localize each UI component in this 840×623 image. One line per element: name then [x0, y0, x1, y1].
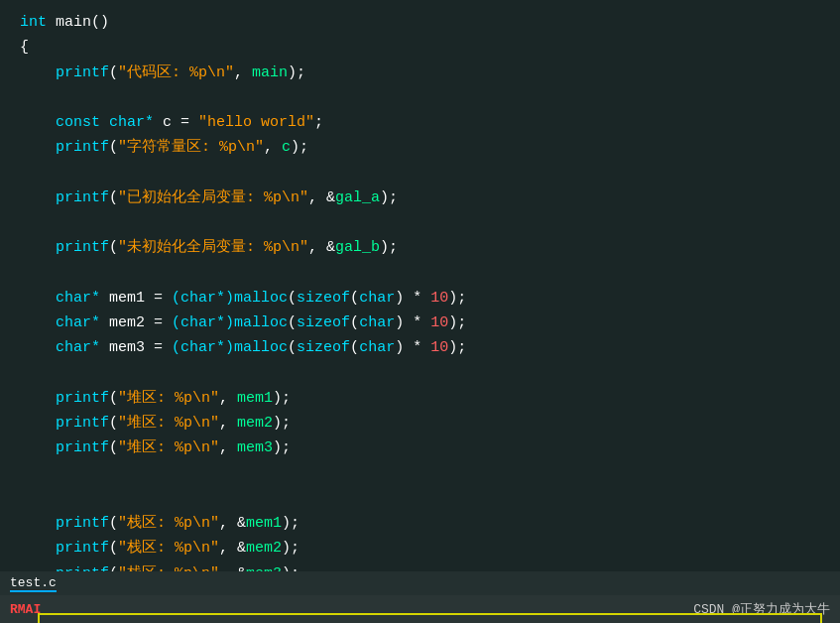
keyword: int [20, 14, 47, 31]
code-line: printf("堆区: %p\n", mem2); [0, 411, 840, 436]
tab-bar: test.c [0, 571, 840, 595]
code-line: char* mem2 = (char*)malloc(sizeof(char) … [0, 311, 840, 335]
tab-item[interactable]: test.c [10, 575, 57, 592]
code-editor: int main() { printf("代码区: %p\n", main); … [0, 0, 840, 623]
code-line: printf("堆区: %p\n", mem3); [0, 436, 840, 460]
code-line: printf("字符常量区: %p\n", c); [0, 135, 840, 160]
code-line: printf("代码区: %p\n", main); [0, 61, 840, 85]
code-line: printf("未初始化全局变量: %p\n", &gal_b); [0, 235, 840, 260]
variable: main [252, 64, 288, 81]
code-line: const char* c = "hello world"; [0, 110, 840, 135]
code-line: char* mem1 = (char*)malloc(sizeof(char) … [0, 286, 840, 311]
code-line [0, 85, 840, 110]
code-line: { [0, 35, 840, 60]
watermark: CSDN @正努力成为大牛 [693, 600, 830, 618]
indent [20, 64, 56, 81]
string-literal: "代码区: %p\n" [118, 64, 234, 81]
code-line: printf("已初始化全局变量: %p\n", &gal_a); [0, 186, 840, 210]
code-line: printf("栈区: %p\n", &mem1); [0, 511, 840, 536]
code-line: printf("栈区: %p\n", &mem2); [0, 536, 840, 561]
code-line: int main() [0, 10, 840, 35]
code-line [0, 486, 840, 511]
code-line [0, 161, 840, 186]
code-line [0, 461, 840, 486]
code-text: main() [47, 14, 109, 31]
bottom-bar: RMAI CSDN @正努力成为大牛 [0, 595, 840, 623]
code-text: { [20, 39, 29, 56]
function-call: printf [56, 64, 109, 81]
code-line [0, 361, 840, 386]
code-line: char* mem3 = (char*)malloc(sizeof(char) … [0, 335, 840, 360]
error-indicator: RMAI [10, 602, 41, 617]
code-line: printf("堆区: %p\n", mem1); [0, 386, 840, 411]
code-line [0, 210, 840, 235]
code-line [0, 261, 840, 286]
